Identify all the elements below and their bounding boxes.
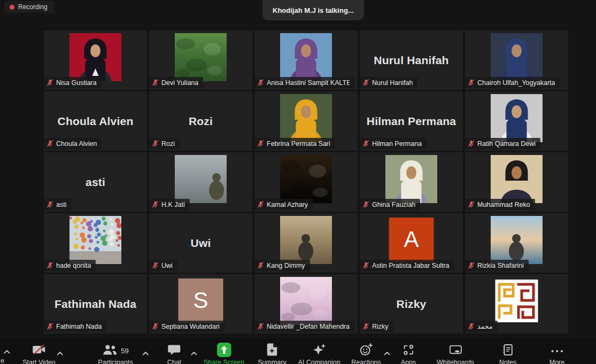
muted-mic-icon bbox=[47, 323, 53, 330]
participant-tile[interactable]: Devi Yuliana bbox=[149, 30, 252, 90]
participant-tag-label: Septiana Wulandari bbox=[161, 323, 220, 330]
active-speaker-text: Khodijah M.J is talking... bbox=[273, 6, 354, 14]
whiteboards-icon bbox=[449, 344, 462, 358]
participant-name-tag: Anisa Hastini Sampit KALTE... bbox=[254, 77, 354, 88]
toolbar-whiteboards-button[interactable]: Whiteboards bbox=[437, 344, 474, 364]
toolbar-more-button[interactable]: More bbox=[549, 344, 564, 364]
participant-tile[interactable]: RizkyRizky bbox=[360, 274, 463, 334]
participant-tag-label: Devi Yuliana bbox=[161, 79, 198, 87]
toolbar-summary-button[interactable]: Summary bbox=[258, 344, 286, 364]
participant-tile[interactable]: AAstin Pratista Jabar Sultra bbox=[360, 213, 463, 273]
toolbar-notes-button[interactable]: Notes bbox=[499, 344, 517, 364]
muted-mic-icon bbox=[257, 262, 264, 269]
participant-tile[interactable]: UwiUwi bbox=[149, 213, 252, 273]
participant-tile[interactable]: محمد bbox=[465, 274, 568, 334]
muted-mic-icon bbox=[47, 201, 53, 208]
participant-tile[interactable]: Ratih Qamara Dewi bbox=[465, 91, 568, 151]
participant-tile[interactable]: Nidavellir _Defan Mahendra... bbox=[254, 274, 358, 334]
participant-tag-label: Nurul Hanifah bbox=[372, 79, 413, 87]
muted-mic-icon bbox=[152, 140, 159, 147]
participant-tile[interactable]: Muhammad Reko bbox=[465, 152, 568, 212]
muted-mic-icon bbox=[47, 140, 53, 147]
muted-mic-icon bbox=[152, 262, 159, 269]
svg-text:S: S bbox=[193, 288, 208, 313]
participant-tile[interactable]: Nisa Gustiara bbox=[44, 30, 147, 90]
muted-mic-icon bbox=[152, 323, 159, 330]
participant-tile[interactable]: Febrina Permata Sari bbox=[254, 91, 358, 151]
muted-mic-icon bbox=[47, 79, 53, 86]
participant-name-tag: Nidavellir _Defan Mahendra... bbox=[254, 321, 354, 332]
participant-tag-label: Rizkia Shafarini bbox=[477, 262, 524, 269]
toolbar-apps-button[interactable]: Apps bbox=[401, 344, 416, 364]
participant-name-tag: Muhammad Reko bbox=[465, 199, 535, 210]
toolbar-chat-label: Chat bbox=[167, 359, 181, 364]
toolbar-reactions-button[interactable]: Reactions bbox=[351, 344, 381, 364]
toolbar-reactions-options-caret[interactable] bbox=[384, 348, 390, 358]
participant-tile[interactable]: SSeptiana Wulandari bbox=[149, 274, 252, 334]
participant-tile[interactable]: H.K Jati bbox=[149, 152, 252, 212]
muted-mic-icon bbox=[47, 262, 53, 269]
participant-tag-label: Choula Alvien bbox=[56, 140, 97, 148]
participant-tile[interactable]: Fathimah NadaFathimah Nada bbox=[44, 274, 147, 334]
participant-tile[interactable]: Rizkia Shafarini bbox=[465, 213, 568, 273]
participant-tag-label: Kang Dimmy bbox=[267, 262, 305, 269]
participant-name-tag: Fathimah Nada bbox=[44, 321, 106, 332]
muted-mic-icon bbox=[257, 140, 264, 147]
participant-tile[interactable]: Hilman PermanaHilman Permana bbox=[360, 91, 463, 151]
toolbar-participants-button[interactable]: 59Participants bbox=[98, 344, 133, 364]
participant-tag-label: Nisa Gustiara bbox=[56, 79, 97, 87]
toolbar-participants-options-caret[interactable] bbox=[142, 348, 149, 358]
muted-mic-icon bbox=[362, 79, 369, 86]
participant-name-tag: Astin Pratista Jabar Sultra bbox=[360, 260, 454, 271]
participant-tile[interactable]: Chairoh Ulfah_Yogyakarta bbox=[465, 30, 568, 90]
participant-video bbox=[280, 277, 332, 325]
toolbar-whiteboards-label: Whiteboards bbox=[437, 359, 474, 364]
zoom-meeting-window: Recording Khodijah M.J is talking... Nis… bbox=[0, 0, 596, 364]
participant-tile[interactable]: Choula AlvienChoula Alvien bbox=[44, 91, 147, 151]
participant-name-tag: Devi Yuliana bbox=[149, 77, 203, 88]
more-icon bbox=[550, 346, 563, 355]
participant-name-tag: Rozi bbox=[149, 138, 180, 149]
participant-video bbox=[491, 155, 543, 203]
audio-button-partial-label[interactable]: e bbox=[1, 357, 4, 364]
participant-tile[interactable]: Kamal Azhary bbox=[254, 152, 358, 212]
participant-name-tag: Uwi bbox=[149, 260, 177, 271]
toolbar-notes-label: Notes bbox=[499, 359, 517, 364]
participant-video bbox=[491, 277, 543, 325]
muted-mic-icon bbox=[468, 79, 475, 86]
muted-mic-icon bbox=[362, 201, 369, 208]
toolbar-start-video-label: Start Video bbox=[22, 359, 56, 364]
summary-icon bbox=[266, 343, 277, 358]
participant-tag-label: asti bbox=[56, 201, 66, 208]
participant-tile[interactable]: Nurul HanifahNurul Hanifah bbox=[360, 30, 463, 90]
participant-tile[interactable]: Anisa Hastini Sampit KALTE... bbox=[254, 30, 358, 90]
participant-tile[interactable]: astiasti bbox=[44, 152, 147, 212]
participant-tile[interactable]: RoziRozi bbox=[149, 91, 252, 151]
toolbar-start-video-button[interactable]: Start Video bbox=[22, 344, 56, 364]
toolbar-chat-options-caret[interactable] bbox=[191, 348, 197, 358]
participant-tile[interactable]: hade qonita bbox=[44, 213, 147, 273]
muted-mic-icon bbox=[257, 79, 264, 86]
participant-tile[interactable]: Kang Dimmy bbox=[254, 213, 358, 273]
toolbar-share-screen-button[interactable]: Share Screen bbox=[204, 344, 244, 364]
participants-count: 59 bbox=[121, 347, 128, 355]
participant-tag-label: hade qonita bbox=[56, 262, 91, 269]
muted-mic-icon bbox=[362, 323, 369, 330]
recording-indicator: Recording bbox=[4, 1, 55, 13]
toolbar-chat-button[interactable]: Chat bbox=[167, 344, 181, 364]
participant-video bbox=[175, 155, 227, 203]
participant-name-tag: Kamal Azhary bbox=[254, 199, 313, 210]
participant-name-tag: Nurul Hanifah bbox=[360, 77, 417, 88]
participant-name-tag: محمد bbox=[465, 321, 498, 332]
participant-video bbox=[69, 33, 121, 81]
muted-mic-icon bbox=[468, 201, 475, 208]
toolbar-summary-label: Summary bbox=[258, 359, 286, 364]
audio-options-caret[interactable] bbox=[4, 346, 10, 356]
reactions-icon bbox=[359, 343, 373, 358]
participant-video bbox=[280, 155, 332, 203]
participant-tile[interactable]: Ghina Fauziah bbox=[360, 152, 463, 212]
recording-label: Recording bbox=[18, 3, 48, 11]
toolbar-ai-companion-button[interactable]: AI Companion bbox=[298, 344, 340, 364]
toolbar-start-video-options-caret[interactable] bbox=[57, 348, 63, 358]
participant-avatar: A bbox=[385, 216, 437, 264]
